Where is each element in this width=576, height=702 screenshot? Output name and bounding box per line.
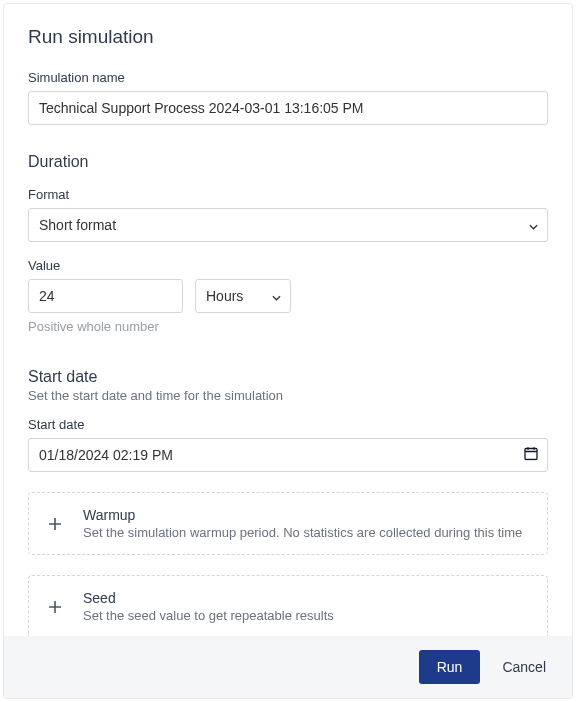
warmup-title: Warmup (83, 507, 522, 523)
simulation-name-input[interactable] (28, 91, 548, 125)
run-button[interactable]: Run (419, 650, 481, 684)
format-label: Format (28, 187, 548, 202)
seed-text: Seed Set the seed value to get repeatabl… (83, 590, 334, 623)
warmup-expander[interactable]: Warmup Set the simulation warmup period.… (28, 492, 548, 555)
dialog-footer: Run Cancel (4, 636, 572, 698)
seed-title: Seed (83, 590, 334, 606)
simulation-name-label: Simulation name (28, 70, 548, 85)
value-row: Hours (28, 279, 548, 313)
seed-desc: Set the seed value to get repeatable res… (83, 608, 334, 623)
start-date-label: Start date (28, 417, 548, 432)
format-select-wrap: Short format (28, 208, 548, 242)
value-input[interactable] (28, 279, 183, 313)
panel-content: Run simulation Simulation name Duration … (4, 4, 572, 636)
start-date-subtitle: Set the start date and time for the simu… (28, 388, 548, 403)
duration-title: Duration (28, 153, 548, 171)
start-date-input[interactable] (28, 438, 548, 472)
value-group: Value Hours Positive whole number (28, 258, 548, 334)
warmup-desc: Set the simulation warmup period. No sta… (83, 525, 522, 540)
value-helper: Positive whole number (28, 319, 548, 334)
value-label: Value (28, 258, 548, 273)
page-title: Run simulation (28, 26, 548, 48)
seed-expander[interactable]: Seed Set the seed value to get repeatabl… (28, 575, 548, 636)
plus-icon (43, 600, 67, 614)
start-date-title: Start date (28, 368, 548, 386)
unit-select-wrap: Hours (195, 279, 291, 313)
format-select[interactable]: Short format (28, 208, 548, 242)
value-input-wrap (28, 279, 183, 313)
warmup-text: Warmup Set the simulation warmup period.… (83, 507, 522, 540)
plus-icon (43, 517, 67, 531)
start-date-wrap (28, 438, 548, 472)
format-group: Format Short format (28, 187, 548, 242)
cancel-button[interactable]: Cancel (498, 650, 550, 684)
run-simulation-panel: Run simulation Simulation name Duration … (3, 3, 573, 699)
unit-select[interactable]: Hours (195, 279, 291, 313)
